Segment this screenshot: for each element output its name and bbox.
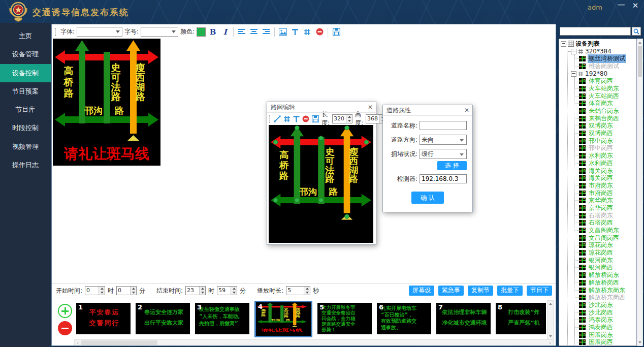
device-item[interactable]: 来鹤台岗西	[575, 115, 636, 122]
sidebar-item-时段控制[interactable]: 时段控制	[0, 119, 51, 137]
device-item[interactable]: 国展岗东	[575, 331, 636, 339]
device-item[interactable]: 文昌阁岗西	[575, 234, 636, 242]
strip-vertical-scrollbar[interactable]	[547, 300, 554, 340]
scroll-right-icon[interactable]: ›	[547, 340, 553, 345]
font-select[interactable]	[77, 27, 122, 37]
sidebar-item-操作日志[interactable]: 操作日志	[0, 156, 51, 174]
device-item[interactable]: 解放桥东岗西	[575, 294, 636, 301]
end-min-stepper[interactable]: 59	[217, 286, 237, 295]
device-item[interactable]: 螺丝湾桥测试	[575, 55, 636, 62]
add-program-button[interactable]	[58, 304, 72, 318]
action-button-紧急事件[interactable]: 紧急事件	[438, 286, 464, 296]
action-button-屏幕设置[interactable]: 屏幕设置	[409, 286, 434, 296]
device-item[interactable]: 鸿泰岗西	[575, 324, 636, 331]
device-item[interactable]: 银河岗东	[575, 257, 636, 264]
program-tile[interactable]: 3发生轻微交通事故“人未伤，车能动,先拍照，后撤离”	[195, 303, 249, 334]
device-item[interactable]: 体育岗西	[575, 77, 636, 85]
device-group-320*384[interactable]: 320*384	[568, 48, 636, 55]
road-properties-close-icon[interactable]: ✕	[464, 105, 469, 115]
sidebar-item-主页[interactable]: 主页	[0, 27, 51, 45]
device-item[interactable]: 水利岗东	[575, 152, 636, 160]
device-item[interactable]: 来鹤台岗东	[575, 107, 636, 115]
sidebar-item-视频管理[interactable]: 视频管理	[0, 138, 51, 156]
tree-scrollbar[interactable]	[637, 39, 643, 346]
scroll-down-icon[interactable]	[637, 339, 642, 345]
strip-horizontal-scrollbar[interactable]: ‹ ›	[74, 339, 554, 346]
start-min-stepper[interactable]: 0	[116, 286, 137, 295]
device-item[interactable]: 海关岗西	[575, 174, 636, 182]
device-item[interactable]: 石塔岗东	[575, 212, 636, 219]
device-item[interactable]: 京华岗东	[575, 197, 636, 204]
program-tile[interactable]: 7依法治理非标车辆净化城市交通环境	[436, 303, 491, 334]
close-button[interactable]: ✕	[630, 1, 641, 10]
length-stepper[interactable]: 320	[332, 114, 352, 123]
color-swatch[interactable]	[197, 27, 206, 37]
road-network-icon[interactable]	[302, 27, 312, 37]
action-button-复制节目[interactable]: 复制节目	[468, 286, 493, 296]
program-tile[interactable]: 5大力开展秋冬季交通安全整治百日会战，全力稳定道路交通安全形势！	[317, 303, 372, 334]
device-item[interactable]: 市府岗西	[575, 190, 636, 197]
confirm-button[interactable]: 确 认	[411, 192, 444, 204]
sidebar-item-节目预案[interactable]: 节目预案	[0, 82, 51, 101]
device-item[interactable]: 沙北岗西	[575, 309, 636, 317]
device-item[interactable]: 邗中岗西	[575, 145, 636, 152]
start-hour-stepper[interactable]: 0	[85, 286, 105, 295]
device-item[interactable]: 琼花岗东	[575, 242, 636, 249]
device-item[interactable]: 文昌阁岗东	[575, 227, 636, 234]
road-editor-close-icon[interactable]: ✕	[368, 102, 373, 112]
sidebar-item-设备管理[interactable]: 设备管理	[0, 45, 51, 64]
device-item[interactable]: 解放桥岗西	[575, 279, 636, 287]
detector-field[interactable]	[420, 174, 467, 183]
device-item[interactable]: 银河岗西	[575, 264, 636, 272]
font-size-select[interactable]	[141, 27, 178, 37]
minimize-button[interactable]: —	[616, 0, 627, 9]
device-tree-root[interactable]: 设备列表	[561, 40, 636, 48]
sidebar-item-设备控制[interactable]: 设备控制	[0, 64, 51, 82]
action-button-批量下发[interactable]: 批量下发	[497, 286, 523, 296]
duration-stepper[interactable]: 5	[286, 286, 310, 295]
scroll-down-icon[interactable]	[548, 333, 553, 339]
toolbar-grip[interactable]	[269, 115, 270, 123]
align-center-icon[interactable]	[249, 27, 259, 37]
scrollbar-thumb[interactable]	[638, 46, 642, 77]
device-item[interactable]: 邗中岗东	[575, 137, 636, 145]
scroll-left-icon[interactable]: ‹	[75, 340, 81, 345]
sign-canvas[interactable]: 高桥路史可法路瘦西湖路邗沟路请礼让斑马线	[53, 39, 160, 166]
insert-image-icon[interactable]	[278, 27, 288, 37]
scroll-up-icon[interactable]	[548, 301, 553, 307]
device-search-input[interactable]	[560, 27, 631, 36]
scroll-up-icon[interactable]	[637, 39, 642, 46]
device-item[interactable]: 维扬岗测试	[575, 62, 636, 70]
program-tile[interactable]: 6扎实开展电动车“百日整治”，有效预防道路交通事故。	[377, 303, 431, 334]
bold-icon[interactable]: B	[208, 27, 218, 37]
road-network-icon[interactable]	[283, 114, 291, 124]
align-right-icon[interactable]	[261, 27, 271, 37]
tree-expand-toggle[interactable]	[571, 71, 576, 77]
road-direction-select[interactable]: 来向	[420, 135, 467, 145]
device-item[interactable]: 火车站岗西	[575, 92, 636, 100]
device-item[interactable]: 国展岗西	[575, 339, 636, 346]
insert-text-icon[interactable]	[293, 114, 300, 124]
road-editor-canvas[interactable]: 高桥路史可法路瘦西湖路邗沟路	[269, 125, 373, 243]
tree-expand-toggle[interactable]	[561, 41, 566, 47]
device-item[interactable]: 水利岗西	[575, 160, 636, 167]
program-tile[interactable]: 4高桥路史可法路瘦西湖路邗沟路请礼让斑马线	[254, 301, 312, 337]
sidebar-item-节目库[interactable]: 节目库	[0, 101, 51, 119]
device-item[interactable]: 双博岗东	[575, 122, 636, 130]
congestion-select[interactable]: 缓行	[420, 149, 467, 159]
device-item[interactable]: 解放桥岗东	[575, 271, 636, 279]
user-menu[interactable]: adm	[588, 4, 602, 11]
action-button-节目下发[interactable]: 节目下发	[527, 286, 552, 296]
device-group-192*80[interactable]: 192*80	[568, 70, 636, 78]
tree-expand-toggle[interactable]	[571, 49, 576, 54]
delete-icon[interactable]	[302, 114, 309, 124]
program-tile[interactable]: 8打击改装“炸严查严惩“机	[496, 303, 546, 334]
draw-line-icon[interactable]	[274, 114, 281, 124]
device-item[interactable]: 火车站岗东	[575, 85, 636, 92]
program-tile[interactable]: 2春运安全连万家出行平安靠大家	[136, 303, 190, 334]
device-item[interactable]: 鸿泰岗东	[575, 316, 636, 324]
device-item[interactable]: 沙北岗东	[575, 301, 636, 309]
select-detector-button[interactable]: 选 择	[437, 161, 467, 170]
device-item[interactable]: 解放桥东岗东	[575, 287, 636, 294]
search-button[interactable]	[632, 27, 641, 36]
